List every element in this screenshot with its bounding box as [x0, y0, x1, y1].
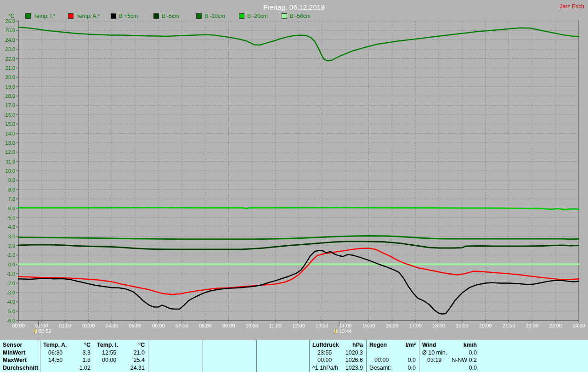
x-tick-label: 21:00	[503, 323, 515, 328]
table-cell-value: 1020.3	[345, 349, 363, 356]
table-cell-label: Gesamt:	[369, 365, 391, 371]
table-row: 12:5521.0	[94, 349, 148, 357]
table-cell-value: 1026.6	[345, 357, 363, 363]
table-header-row	[257, 341, 309, 349]
table-cell-value: N-NW 0.2	[452, 357, 477, 363]
x-tick-label: 01:00	[35, 323, 48, 328]
table-column-5	[256, 340, 309, 372]
x-tick-label: 18:00	[432, 323, 445, 328]
x-tick-label: 02:00	[59, 323, 72, 328]
x-tick-label: 23:00	[549, 323, 562, 328]
table-column-0: SensorMinWertMaxWertDurchschnitt	[0, 340, 40, 372]
table-header-row: Windkm/h	[419, 341, 480, 349]
table-cell-label: 00:00	[312, 357, 332, 363]
table-row	[257, 349, 309, 357]
table-cell-label: 14:50	[43, 357, 62, 363]
table-row: 00:0025.4	[94, 356, 148, 364]
y-tick-label: 23.0	[6, 46, 15, 52]
y-tick-label: -4.0	[6, 299, 15, 304]
table-cell-value: 0.0	[408, 357, 416, 363]
table-row	[203, 356, 256, 364]
table-row: 24.31	[94, 364, 148, 372]
x-tick-label: 12:00	[292, 323, 305, 328]
y-tick-label: 14.0	[6, 131, 15, 136]
table-cell-label: 03:19	[422, 357, 441, 363]
table-row: Durchschnitt	[0, 364, 40, 372]
y-tick-label: 9.0	[8, 177, 15, 183]
y-tick-label: -1.0	[6, 271, 15, 276]
y-tick-label: 0.0	[8, 262, 15, 267]
table-header-row: Temp. A.°C	[40, 341, 94, 349]
table-cell-label: 06:30	[43, 349, 62, 356]
table-cell-label: MinWert	[3, 349, 25, 356]
x-tick-label: 20:00	[479, 323, 492, 328]
table-cell-label: Sensor	[3, 342, 22, 348]
table-row	[257, 364, 309, 372]
table-column-1: Temp. A.°C06:30-3.314:501.8-1.02	[40, 340, 94, 372]
y-tick-label: 15.0	[6, 121, 15, 127]
x-tick-label: 03:00	[82, 323, 95, 328]
table-cell-label: Ø 10 min.	[422, 349, 447, 356]
table-column-6: LuftdruckhPa23:551020.300:001026.6^1.1hP…	[309, 340, 366, 372]
y-tick-label: 3.0	[8, 234, 15, 239]
x-tick-label: 04:00	[106, 323, 119, 328]
table-row	[148, 356, 203, 364]
table-column-8: Windkm/hØ 10 min.0.003:19N-NW 0.20.0	[419, 340, 588, 372]
event-marker-label: 13:44	[339, 328, 352, 334]
x-tick-label: 00:00	[12, 323, 25, 328]
table-cell-value: 1.8	[83, 357, 90, 363]
table-row: MinWert	[0, 349, 40, 357]
table-cell-value: °C	[84, 342, 90, 348]
y-tick-label: 11.0	[6, 159, 15, 164]
y-tick-label: 24.0	[6, 37, 15, 43]
y-tick-label: 22.0	[6, 56, 15, 62]
y-tick-label: 8.0	[8, 187, 15, 192]
table-row: 00:000.0	[367, 356, 419, 364]
table-header-row: Regenl/m²	[367, 341, 419, 349]
x-tick-label: 13:00	[316, 323, 328, 328]
x-tick-label: 07:00	[175, 323, 188, 328]
y-tick-label: 13.0	[6, 140, 15, 146]
y-tick-label: 18.0	[6, 93, 15, 99]
table-row: 0.0	[419, 364, 480, 372]
summary-table: SensorMinWertMaxWertDurchschnittTemp. A.…	[0, 340, 588, 372]
y-tick-label: -3.0	[6, 290, 15, 295]
weather-app-window: Freitag, 06.12.2019 Jarz Erich °C Temp. …	[0, 0, 588, 372]
y-tick-label: 25.0	[6, 28, 15, 33]
y-tick-label: 16.0	[6, 112, 15, 118]
y-tick-label: 4.0	[8, 224, 15, 230]
y-tick-label: 2.0	[8, 243, 15, 248]
x-tick-label: 06:00	[152, 323, 165, 328]
table-column-2: Temp. I.°C12:5521.000:0025.424.31	[94, 340, 148, 372]
y-tick-label: 17.0	[6, 102, 15, 108]
table-row: 23:551020.3	[310, 349, 366, 357]
x-tick-label: 24:00	[572, 323, 585, 328]
table-cell-value: 21.0	[134, 349, 145, 356]
table-column-3	[148, 340, 203, 372]
table-cell-value: 25.4	[134, 357, 145, 363]
x-tick-label: 17:00	[409, 323, 422, 328]
table-row: -1.02	[40, 364, 94, 372]
x-tick-label: 15:00	[362, 323, 375, 328]
table-row	[203, 349, 256, 357]
table-header-row: LuftdruckhPa	[310, 341, 366, 349]
x-tick-label: 10:00	[246, 323, 259, 328]
x-tick-label: 22:00	[526, 323, 539, 328]
table-column-4	[203, 340, 256, 372]
table-cell-value: -1.02	[78, 365, 91, 371]
table-cell-label: Temp. A.	[43, 342, 67, 348]
x-tick-label: 16:00	[386, 323, 399, 328]
x-tick-label: 08:00	[199, 323, 212, 328]
y-tick-label: 12.0	[6, 149, 15, 155]
table-row	[203, 364, 256, 372]
table-row: Ø 10 min.0.0	[419, 349, 480, 357]
table-row	[367, 349, 419, 357]
table-row	[148, 364, 203, 372]
table-cell-value: km/h	[464, 342, 477, 348]
table-row: 14:501.8	[40, 356, 94, 364]
table-row: 03:19N-NW 0.2	[419, 356, 480, 364]
chart-canvas[interactable]: 26.025.024.023.022.021.020.019.018.017.0…	[0, 0, 588, 340]
y-tick-label: 21.0	[6, 65, 15, 71]
table-row: ^1.1hPa/h1023.9	[310, 364, 366, 372]
table-cell-label: Temp. I.	[97, 342, 118, 348]
